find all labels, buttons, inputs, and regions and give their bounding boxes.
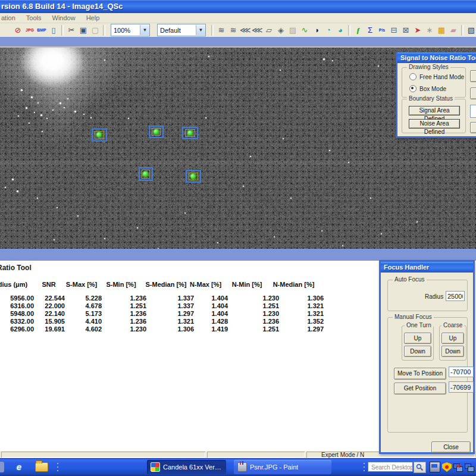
pc-printer-icon[interactable] [430,462,440,472]
focus-handler-title: Focus Handler [384,264,429,271]
folder-icon[interactable] [35,462,48,472]
signal-area-defined-button[interactable]: Signal Area Defined [409,106,460,115]
move-to-position-input[interactable] [449,367,474,377]
table-cell: 1.236 [103,318,148,325]
export-jpg-icon[interactable]: JPG [24,25,35,36]
export-bmp-icon[interactable]: BMP [36,25,47,36]
toolbar-separator [61,25,64,36]
one-turn-down-button[interactable]: Down [404,346,431,357]
table-cell: 22.544 [35,295,66,302]
contrast-icon[interactable]: ◑ [311,25,322,36]
free-hand-mode-radio[interactable]: Free Hand Mode [409,73,464,80]
table-cell: 1.321 [280,302,325,310]
auto-focus-group: Auto Focus Radius [387,280,468,311]
waves-plus-icon[interactable]: ≋ [228,25,239,36]
pie-threequarter-icon[interactable]: ◕ [335,25,346,36]
clipped-field[interactable] [470,105,476,118]
star-dot [243,186,244,187]
status-mode-text: Expert Mode / N [321,452,364,458]
pointer-icon[interactable]: ➤ [412,25,423,36]
network-offline-icon[interactable]: ✕ [453,462,463,472]
star-dot [57,58,58,60]
preset-select[interactable]: Default▼ [157,24,206,36]
copy-icon[interactable]: ▣ [78,25,89,36]
ps-ratio-icon[interactable]: P/s [377,25,387,36]
waves-icon[interactable]: ≋ [216,25,227,36]
sum-icon[interactable]: Σ [365,25,375,36]
clipped-button[interactable] [470,122,476,133]
radius-input[interactable] [446,291,465,301]
coarse-down-button[interactable]: Down [441,346,464,357]
get-position-button[interactable]: Get Position [394,383,446,394]
zoom-select[interactable]: 100%▼ [111,24,150,36]
taskbar-task-paint[interactable]: Psnr.JPG - Paint [234,460,331,474]
snr-table: Radius (μm)SNRS-Max [%]S-Min [%]S-Median… [0,281,325,333]
get-position-value: -70699 [449,381,474,393]
snr-marker-box [182,127,198,139]
table-cell: 1.236 [103,310,148,318]
taskbar-task-candela[interactable]: Candela 61xx Version... [147,460,226,474]
scanner-icon[interactable]: ⊟ [389,25,399,36]
network-icon[interactable] [465,462,474,472]
clipped-button[interactable] [470,70,476,82]
paste-icon[interactable]: ▢ [90,25,101,36]
star-dot [31,96,33,98]
pie-quarter-icon[interactable]: ◔ [323,25,334,36]
snr-marker-box [139,167,153,181]
chevron-down-icon[interactable]: ▼ [140,25,149,35]
clipped-button[interactable] [470,87,476,99]
one-turn-up-button[interactable]: Up [404,333,431,344]
search-desktop-input[interactable]: Search Desktop [368,462,413,472]
star-dot [381,233,382,234]
menu-item-window[interactable]: Window [47,14,81,21]
table-cell: 1.404 [195,310,229,318]
search-button[interactable] [414,462,426,473]
snr-dialog-titlebar[interactable]: Signal to Noise Ratio Tool [397,52,476,63]
snowflake-icon[interactable]: ∗ [424,25,435,36]
function-icon[interactable]: ƒ [353,25,364,36]
star-dot [40,114,42,116]
table-header-row: Radius (μm)SNRS-Max [%]S-Min [%]S-Median… [0,281,325,289]
coarse-up-button[interactable]: Up [441,333,464,344]
eraser-icon[interactable]: ▰ [448,25,459,36]
menu-item-ation[interactable]: ation [0,14,21,21]
box-mode-radio[interactable]: Box Mode [409,85,446,92]
table-cell: 4.678 [66,302,103,310]
noise-area-defined-button[interactable]: Noise Area Defined [409,119,460,129]
cascade-windows-icon[interactable]: ▧ [466,25,476,36]
boundary-status-group: Boundary Status Signal Area Defined Nois… [402,99,466,133]
magnifier-icon [416,464,424,471]
profile-chart-icon[interactable]: ∿ [299,25,310,36]
coarse-label: Coarse [441,322,464,328]
image-disabled-icon[interactable]: ▨ [287,25,298,36]
star-dot [283,138,284,139]
document-icon[interactable]: ▯ [48,25,59,36]
grid-icon[interactable]: ▦ [436,25,447,36]
scratch-lines-icon[interactable]: ⋘ [240,25,250,36]
task-label: Psnr.JPG - Paint [250,464,298,471]
scanner-open-icon[interactable]: ⊠ [400,25,411,36]
star-dot [323,58,325,60]
table-cell: 5956.00 [0,295,35,302]
box-3d-icon[interactable]: ▱ [264,25,274,36]
star-dot [280,70,281,71]
internet-explorer-icon[interactable]: e [14,462,24,472]
security-alert-icon[interactable] [442,462,452,472]
scratch-lines-plus-icon[interactable]: ⋘ [252,25,262,36]
cut-icon[interactable]: ✂ [66,25,77,36]
close-button[interactable]: Close [431,441,471,453]
menu-item-tools[interactable]: Tools [21,14,47,21]
star-dot [290,198,292,199]
stop-icon[interactable]: ⊘ [12,25,23,36]
table-cell: 5.228 [66,295,103,302]
snr-marker-box [92,129,107,142]
menu-item-help[interactable]: Help [81,14,105,21]
sphere-icon[interactable]: ◈ [275,25,286,36]
app-titlebar[interactable]: rsion 6.8 Build 14 - Image14_QSc [0,0,476,13]
chevron-down-icon[interactable]: ▼ [196,25,205,35]
move-to-position-button[interactable]: Move To Position [394,368,446,380]
star-dot [29,123,30,124]
table-cell: 1.230 [229,295,280,302]
focus-handler-titlebar[interactable]: Focus Handler [381,262,473,273]
star-dot [37,102,39,104]
